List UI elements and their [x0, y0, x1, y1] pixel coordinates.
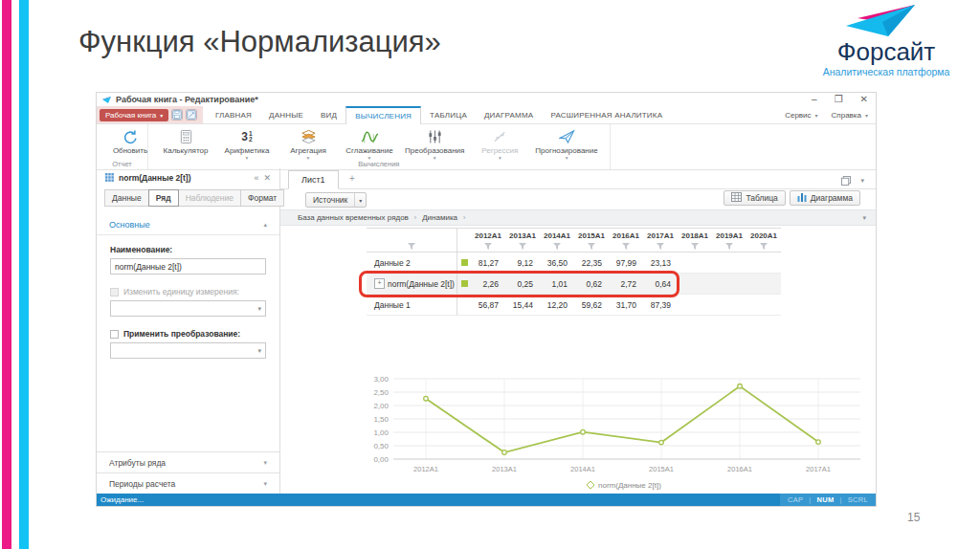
breadcrumb-item[interactable]: База данных временных рядов — [298, 213, 409, 222]
table-view-button[interactable]: Таблица — [724, 190, 785, 206]
table-cell[interactable] — [712, 295, 746, 316]
sheet-tab[interactable]: Лист1 — [288, 170, 339, 189]
expand-icon[interactable]: + — [374, 278, 385, 289]
ribbon-tab[interactable]: ВЫЧИСЛЕНИЯ — [345, 106, 421, 124]
ribbon-tab[interactable]: ВИД — [312, 106, 345, 123]
table-cell[interactable]: 59,62 — [574, 295, 609, 316]
save-as-icon[interactable] — [186, 109, 197, 121]
section-main[interactable]: Основные▴ — [97, 215, 279, 235]
layers-icon[interactable] — [841, 172, 851, 189]
panel-tab[interactable]: Формат — [240, 189, 284, 207]
column-header[interactable]: 2020A1 — [746, 229, 781, 252]
table-cell[interactable]: 31,70 — [609, 295, 643, 316]
ribbon-tab[interactable]: ДАННЫЕ — [260, 106, 312, 123]
ribbon-button[interactable]: Калькулятор — [156, 127, 215, 155]
column-header[interactable]: 2016A1 — [609, 229, 643, 252]
add-sheet-button[interactable]: + — [349, 173, 355, 184]
table-cell[interactable]: 0,64 — [643, 274, 678, 295]
ribbon-button[interactable]: Регрессия▾ — [470, 127, 529, 161]
table-row[interactable]: Данные 156,8715,4412,2059,6231,7087,39 — [367, 295, 781, 316]
series-name-input[interactable] — [110, 258, 266, 274]
close-button[interactable]: ✕ — [860, 93, 868, 105]
collapse-panel-icon[interactable]: « — [254, 173, 258, 183]
source-button[interactable]: Источник ▾ — [305, 192, 367, 208]
table-cell[interactable]: 87,39 — [643, 295, 678, 316]
panel-section-collapsed[interactable]: Периоды расчета▾ — [97, 472, 279, 494]
column-header[interactable]: 2015A1 — [574, 229, 609, 252]
column-header[interactable]: 2018A1 — [678, 229, 712, 252]
chevron-down-icon: ▾ — [263, 459, 267, 467]
filter-icon[interactable] — [519, 243, 526, 250]
filter-icon[interactable] — [725, 243, 733, 250]
table-cell[interactable]: 56,87 — [471, 295, 505, 316]
table-cell[interactable]: 23,13 — [643, 253, 678, 274]
workbook-menu-button[interactable]: Рабочая книга▾ — [100, 109, 168, 121]
chart-view-button[interactable]: Диаграмма — [790, 190, 860, 206]
column-header[interactable]: 2019A1 — [712, 229, 746, 252]
panel-section-collapsed[interactable]: Атрибуты ряда▾ — [97, 451, 279, 472]
ribbon-button[interactable]: Преобразования▾ — [401, 127, 468, 161]
table-cell[interactable]: 12,20 — [540, 295, 574, 316]
table-cell[interactable]: 81,27 — [471, 253, 505, 274]
row-indicator — [457, 253, 471, 274]
unit-select[interactable]: ▾ — [110, 300, 266, 317]
table-cell[interactable] — [746, 253, 781, 274]
chevron-down-icon[interactable]: ▾ — [860, 177, 864, 185]
transform-select[interactable]: ▾ — [110, 342, 266, 359]
chevron-down-icon[interactable]: ▾ — [862, 214, 866, 222]
table-cell[interactable]: 2,72 — [609, 274, 643, 295]
column-header[interactable]: 2013A1 — [505, 229, 540, 252]
filter-icon[interactable] — [657, 243, 664, 250]
close-panel-icon[interactable]: ✕ — [263, 173, 271, 183]
ribbon-button[interactable]: Прогнозирование▾ — [531, 127, 601, 161]
filter-icon[interactable] — [760, 243, 768, 250]
breadcrumb-item[interactable]: Динамика — [422, 213, 457, 222]
table-cell[interactable]: 22,35 — [574, 253, 609, 274]
table-cell[interactable]: 15,44 — [505, 295, 540, 316]
table-cell[interactable]: 0,62 — [574, 274, 609, 295]
minimize-button[interactable]: – — [812, 93, 817, 105]
table-cell[interactable]: 0,25 — [505, 274, 540, 295]
ribbon-button[interactable]: Сглаживание▾ — [340, 127, 399, 161]
change-unit-checkbox[interactable] — [110, 288, 119, 296]
table-cell[interactable]: 2,26 — [471, 274, 505, 295]
panel-tab[interactable]: Наблюдение — [178, 189, 241, 207]
table-cell[interactable]: 97,99 — [609, 253, 643, 274]
table-cell[interactable]: 36,50 — [540, 253, 574, 274]
table-row[interactable]: +norm(Данные 2[t])2,260,251,010,622,720,… — [367, 274, 781, 295]
table-cell[interactable] — [746, 295, 781, 316]
column-header[interactable]: 2012A1 — [471, 229, 505, 252]
panel-tab[interactable]: Ряд — [148, 189, 179, 207]
table-cell[interactable] — [678, 253, 712, 274]
filter-icon[interactable] — [484, 243, 492, 250]
forecasting-icon — [535, 128, 597, 145]
filter-icon[interactable] — [588, 243, 595, 250]
filter-icon[interactable] — [622, 243, 630, 250]
apply-transform-checkbox[interactable] — [110, 330, 119, 339]
ribbon-tab[interactable]: ДИАГРАММА — [476, 106, 542, 123]
table-cell[interactable] — [678, 274, 712, 295]
table-row[interactable]: Данные 281,279,1236,5022,3597,9923,13 — [367, 253, 781, 274]
save-icon[interactable] — [171, 109, 183, 121]
table-cell[interactable] — [678, 295, 712, 316]
table-cell[interactable] — [712, 253, 746, 274]
filter-icon[interactable] — [408, 243, 415, 250]
ribbon-button[interactable]: 312Арифметика▾ — [217, 127, 277, 161]
table-cell[interactable]: 9,12 — [505, 253, 540, 274]
column-header[interactable]: 2014A1 — [540, 229, 574, 252]
filter-icon[interactable] — [691, 243, 699, 250]
table-cell[interactable] — [746, 274, 781, 295]
ribbon-tab[interactable]: РАСШИРЕННАЯ АНАЛИТИКА — [542, 106, 671, 123]
ribbon-tab[interactable]: ГЛАВНАЯ — [207, 106, 260, 123]
table-cell[interactable]: 1,01 — [540, 274, 574, 295]
ribbon-button[interactable]: Агрегация▾ — [278, 127, 338, 161]
column-header[interactable] — [367, 229, 457, 252]
filter-icon[interactable] — [553, 243, 561, 250]
table-cell[interactable] — [712, 274, 746, 295]
window-menu[interactable]: Справка▾ — [832, 111, 868, 120]
panel-tab[interactable]: Данные — [104, 189, 149, 207]
restore-button[interactable]: ❐ — [835, 93, 843, 105]
ribbon-tab[interactable]: ТАБЛИЦА — [421, 106, 476, 123]
column-header[interactable]: 2017A1 — [643, 229, 678, 252]
window-menu[interactable]: Сервис▾ — [785, 111, 817, 120]
